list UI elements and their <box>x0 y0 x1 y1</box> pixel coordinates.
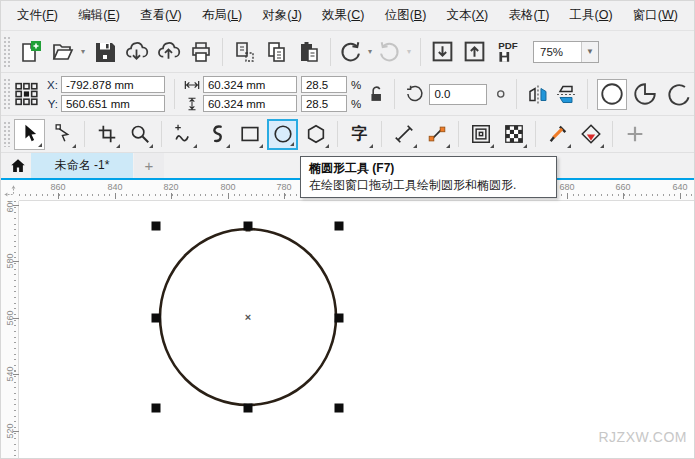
selection-handle[interactable] <box>152 222 161 231</box>
tooltip-title: 椭圆形工具 (F7) <box>309 159 548 177</box>
selection-handle[interactable] <box>335 222 344 231</box>
tooltip: 椭圆形工具 (F7) 在绘图窗口拖动工具绘制圆形和椭圆形. <box>300 156 557 198</box>
coreldraw-window: 文件(F)编辑(E)查看(V)布局(L)对象(J)效果(C)位图(B)文本(X)… <box>0 0 695 459</box>
watermark-text: RJZXW.COM <box>599 429 688 445</box>
selection-handle[interactable] <box>152 404 161 413</box>
selection-handle[interactable] <box>244 404 253 413</box>
selection-handle[interactable] <box>244 222 253 231</box>
selection-handle[interactable] <box>335 404 344 413</box>
selection-handle[interactable] <box>335 314 344 323</box>
object-center-mark: × <box>245 311 251 323</box>
tooltip-body: 在绘图窗口拖动工具绘制圆形和椭圆形. <box>309 177 548 193</box>
drawing-canvas[interactable]: × <box>1 1 695 459</box>
selection-handle[interactable] <box>152 314 161 323</box>
